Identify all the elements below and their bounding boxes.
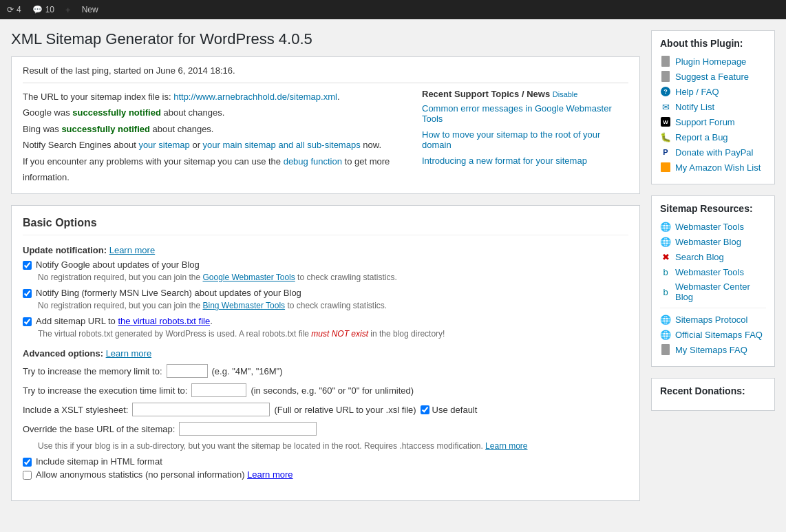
- base-url-input[interactable]: [179, 422, 317, 436]
- admin-bar: ⟳ 4 💬 10 + New: [0, 0, 786, 19]
- help-faq-link[interactable]: ? Help / FAQ: [660, 86, 766, 97]
- google-webmaster-tools-res-link[interactable]: 🌐 Webmaster Tools: [660, 221, 766, 232]
- comments-icon: 💬: [32, 5, 43, 14]
- recent-donations-box: Recent Donations:: [651, 378, 775, 411]
- suggest-feature-link[interactable]: Suggest a Feature: [660, 71, 766, 82]
- support-header: Recent Support Topics / News Disable: [422, 89, 628, 99]
- result-header: Result of the last ping, started on June…: [23, 65, 628, 76]
- updates-count: 4: [17, 5, 21, 14]
- xslt-note: (Full or relative URL to your .xsl file): [274, 405, 416, 415]
- update-learn-more-link[interactable]: Learn more: [109, 245, 155, 255]
- amazon-wishlist-label: My Amazon Wish List: [675, 162, 761, 173]
- main-sitemap-link[interactable]: your main sitemap and all sub-sitemaps: [203, 140, 361, 150]
- report-bug-label: Report a Bug: [675, 132, 728, 142]
- doc-icon: [660, 344, 671, 355]
- debug-link[interactable]: debug function: [284, 156, 342, 167]
- sitemap-url-suffix: .: [337, 92, 340, 102]
- plugin-homepage-label: Plugin Homepage: [675, 56, 746, 67]
- virtual-robots-note: The virtual robots.txt generated by Word…: [38, 329, 628, 339]
- admin-updates[interactable]: ⟳ 4: [7, 5, 21, 14]
- sitemap-url-prefix: The URL to your sitemap index file is:: [23, 92, 173, 102]
- bing-webmaster-center-link[interactable]: b Webmaster Center Blog: [660, 281, 766, 302]
- sitemaps-protocol-link[interactable]: 🌐 Sitemaps Protocol: [660, 314, 766, 325]
- add-sitemap-checkbox[interactable]: [23, 317, 32, 326]
- notify-google-checkbox[interactable]: [23, 261, 32, 270]
- notify-list-link[interactable]: ✉ Notify List: [660, 101, 766, 112]
- base-url-row: Override the base URL of the sitemap:: [23, 422, 628, 436]
- add-sitemap-label: Add sitemap URL to the virtual robots.tx…: [36, 316, 213, 326]
- bing-webmaster-tools-link[interactable]: Bing Webmaster Tools: [202, 301, 285, 310]
- notify-google-row: Notify Google about updates of your Blog: [23, 259, 628, 270]
- sitemap-url-link[interactable]: http://www.arnebrachhold.de/sitemap.xml: [173, 92, 337, 102]
- search-blog-link[interactable]: ✖ Search Blog: [660, 251, 766, 262]
- admin-comments[interactable]: 💬 10: [32, 5, 54, 14]
- basic-options-title: Basic Options: [23, 217, 628, 235]
- add-sitemap-row: Add sitemap URL to the virtual robots.tx…: [23, 316, 628, 326]
- donate-paypal-link[interactable]: P Donate with PayPal: [660, 147, 766, 158]
- amazon-wishlist-link[interactable]: My Amazon Wish List: [660, 162, 766, 173]
- support-header-text: Recent Support Topics / News: [422, 89, 550, 99]
- report-bug-link[interactable]: 🐛 Report a Bug: [660, 131, 766, 142]
- advanced-label: Advanced options: Learn more: [23, 348, 628, 359]
- donations-title: Recent Donations:: [660, 385, 766, 396]
- bing-notify-line: Bing was successfully notified about cha…: [23, 121, 411, 137]
- advanced-label-text: Advanced options:: [23, 348, 103, 359]
- execution-time-input[interactable]: [191, 383, 246, 397]
- advanced-options-group: Advanced options: Learn more Try to incr…: [23, 348, 628, 480]
- support-forum-link[interactable]: W Support Forum: [660, 116, 766, 127]
- admin-new[interactable]: New: [82, 5, 98, 14]
- suggest-feature-label: Suggest a Feature: [675, 72, 749, 82]
- plugin-homepage-link[interactable]: Plugin Homepage: [660, 56, 766, 67]
- bing-icon-2: b: [660, 266, 671, 277]
- anon-stats-checkbox[interactable]: [23, 471, 32, 480]
- page-icon: [660, 56, 671, 67]
- page-title: XML Sitemap Generator for WordPress 4.0.…: [11, 30, 640, 48]
- memory-example: (e.g. "4M", "16M"): [212, 366, 283, 376]
- xslt-row: Include a XSLT stylesheet: (Full or rela…: [23, 403, 628, 416]
- updates-icon: ⟳: [7, 5, 14, 14]
- help-faq-label: Help / FAQ: [675, 87, 719, 97]
- xslt-input[interactable]: [132, 403, 270, 416]
- basic-options-section: Basic Options Update notification: Learn…: [11, 205, 640, 501]
- add-sitemap-suffix: .: [210, 316, 213, 326]
- anon-learn-link[interactable]: Learn more: [247, 469, 293, 480]
- virtual-robots-link[interactable]: the virtual robots.txt file: [118, 316, 210, 326]
- use-default-checkbox[interactable]: [421, 405, 429, 414]
- google-webmaster-tools-res-label: Webmaster Tools: [675, 222, 744, 232]
- debug-prefix: If you encounter any problems with your …: [23, 156, 284, 167]
- your-sitemap-link[interactable]: your sitemap: [138, 140, 189, 150]
- official-sitemaps-faq-link[interactable]: 🌐 Official Sitemaps FAQ: [660, 329, 766, 340]
- bing-webmaster-tools-link[interactable]: b Webmaster Tools: [660, 266, 766, 277]
- disable-support-link[interactable]: Disable: [553, 90, 578, 98]
- update-notification-group: Update notification: Learn more Notify G…: [23, 245, 628, 339]
- search-blog-label: Search Blog: [675, 252, 724, 262]
- new-label: New: [82, 5, 98, 14]
- feature-icon: [660, 71, 671, 82]
- bing-success: successfully notified: [61, 124, 150, 134]
- page-wrapper: XML Sitemap Generator for WordPress 4.0.…: [0, 19, 786, 523]
- base-url-label: Override the base URL of the sitemap:: [23, 424, 175, 434]
- my-sitemaps-faq-link[interactable]: My Sitemaps FAQ: [660, 344, 766, 355]
- advanced-learn-more-link[interactable]: Learn more: [106, 348, 151, 359]
- bing-prefix: Bing was: [23, 124, 61, 134]
- google-icon-2: 🌐: [660, 236, 671, 247]
- notify-suffix: now.: [361, 140, 381, 150]
- info-box-right: Recent Support Topics / News Disable Com…: [422, 89, 628, 185]
- google-prefix: Google was: [23, 107, 72, 118]
- memory-limit-input[interactable]: [167, 364, 208, 378]
- html-sitemap-checkbox[interactable]: [23, 458, 32, 467]
- question-icon: ?: [660, 86, 671, 97]
- support-topic-link-2[interactable]: How to move your sitemap to the root of …: [422, 129, 600, 150]
- memory-limit-row: Try to increase the memory limit to: (e.…: [23, 364, 628, 378]
- notify-bing-checkbox[interactable]: [23, 289, 32, 298]
- google-webmaster-tools-link[interactable]: Google Webmaster Tools: [202, 273, 295, 282]
- google-suffix: about changes.: [161, 107, 225, 118]
- separator: +: [65, 5, 71, 15]
- google-success: successfully notified: [72, 107, 161, 118]
- google-webmaster-blog-link[interactable]: 🌐 Webmaster Blog: [660, 236, 766, 247]
- add-sitemap-prefix: Add sitemap URL to: [36, 316, 118, 326]
- memory-label: Try to increase the memory limit to:: [23, 366, 162, 376]
- support-topic-link-3[interactable]: Introducing a new format for your sitema…: [422, 156, 587, 166]
- support-topic-link-1[interactable]: Common error messages in Google Webmaste…: [422, 103, 612, 124]
- base-url-learn-link[interactable]: Learn more: [485, 441, 527, 451]
